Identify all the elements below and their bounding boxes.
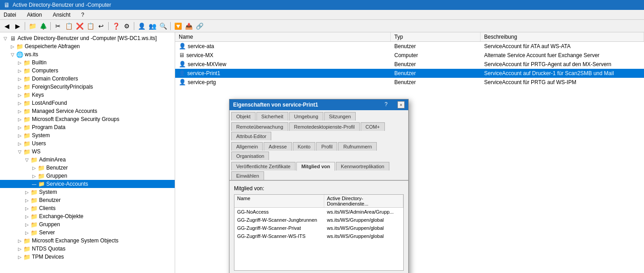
list-row[interactable]: 👤 service-prtg Benutzer ServiceAccount f… <box>175 78 644 87</box>
tree-node-lost-found[interactable]: ▷ 📁 LostAndFound <box>0 99 175 107</box>
settings-button[interactable]: ⚙ <box>122 21 132 31</box>
tree-node-tpm-devices[interactable]: ▷ 📁 TPM Devices <box>0 253 175 261</box>
tree-node-gruppen-admin[interactable]: ▷ 📁 Gruppen <box>0 172 175 180</box>
tab-umgebung[interactable]: Umgebung <box>289 112 323 121</box>
expander-tpm-devices[interactable]: ▷ <box>16 253 23 260</box>
tab-remotedesktop[interactable]: Remotedesktopienste-Profil <box>289 122 360 131</box>
help-button[interactable]: ❓ <box>111 21 121 31</box>
paste-button[interactable]: 📋 <box>85 21 95 31</box>
list-row[interactable]: 🖥 service-MX Computer Alternate Service … <box>175 51 644 60</box>
new-user-button[interactable]: 👤 <box>137 21 146 31</box>
expander-ws[interactable]: ▽ <box>16 148 23 155</box>
expander-program-data[interactable]: ▷ <box>16 124 23 131</box>
expander-adminarea[interactable]: ▽ <box>23 156 31 163</box>
back-button[interactable]: ◀ <box>2 21 12 31</box>
menu-ansicht[interactable]: Ansicht <box>51 11 72 19</box>
expander-system[interactable]: ▷ <box>16 132 23 139</box>
expander-gruppen-ws[interactable]: ▷ <box>23 221 31 228</box>
find-button[interactable]: 🔍 <box>158 21 168 31</box>
dialog-close-button[interactable]: × <box>397 101 405 108</box>
expander-ms-exchange-system[interactable]: ▷ <box>16 237 23 244</box>
tree-node-system-ws[interactable]: ▷ 📁 System <box>0 188 175 196</box>
tree-node-domain-controllers[interactable]: ▷ 📁 Domain Controllers <box>0 75 175 83</box>
tree-node-clients[interactable]: ▷ 📁 Clients <box>0 204 175 212</box>
tree-node-server[interactable]: ▷ 📁 Server <box>0 228 175 237</box>
tree-node-keys[interactable]: ▷ 📁 Keys <box>0 91 175 99</box>
filter-button[interactable]: 🔽 <box>173 21 183 31</box>
expander-domain-controllers[interactable]: ▷ <box>16 75 23 82</box>
expander-managed-service[interactable]: ▷ <box>16 107 23 115</box>
member-row[interactable]: GG-NoAccess ws.its/WS/AdminArea/Grupp... <box>234 208 403 216</box>
expander-foreign-security[interactable]: ▷ <box>16 83 23 90</box>
expander-keys[interactable]: ▷ <box>16 91 23 98</box>
tab-konto[interactable]: Konto <box>293 142 316 151</box>
tree-node-saved-queries[interactable]: ▷ 📁 Gespeicherte Abfragen <box>0 42 175 50</box>
forward-button[interactable]: ▶ <box>13 21 22 31</box>
tab-organisation[interactable]: Organisation <box>231 152 269 160</box>
expander-benutzer-ws[interactable]: ▷ <box>23 197 31 204</box>
menu-aktion[interactable]: Aktion <box>25 11 44 19</box>
member-row[interactable]: GG-Zugriff-W-Scanner-Jungbrunnen ws.its/… <box>234 216 403 224</box>
tab-mitglied-von[interactable]: Mitglied von <box>296 162 335 171</box>
tab-sitzungen[interactable]: Sitzungen <box>324 112 356 121</box>
tree-node-adminarea[interactable]: ▽ 📁 AdminArea <box>0 156 175 164</box>
delete-button[interactable]: ❌ <box>75 21 84 31</box>
dialog-help-icon[interactable]: ? <box>384 101 388 108</box>
col-header-beschreibung[interactable]: Beschreibung <box>481 32 644 41</box>
list-row[interactable]: 👤 service-ata Benutzer ServiceAccount fü… <box>175 42 644 51</box>
tab-veroeffentlichte-zertifikate[interactable]: Veröffentlichte Zertifikate <box>231 162 296 170</box>
tree-button[interactable]: 🌲 <box>38 21 48 31</box>
tree-node-exchange-objekte[interactable]: ▷ 📁 Exchange-Objekte <box>0 212 175 220</box>
new-group-button[interactable]: 👥 <box>147 21 157 31</box>
tab-rufnummern[interactable]: Rufnummern <box>338 142 377 151</box>
tab-attribut[interactable]: Attribut-Editor <box>231 132 271 140</box>
member-list[interactable]: Name Active Directory-Domänendienste... … <box>234 194 404 271</box>
link-button[interactable]: 🔗 <box>194 21 204 31</box>
tree-node-ws[interactable]: ▽ 📁 WS <box>0 148 175 156</box>
tab-remoteueberwachung[interactable]: Remoteüberwachung <box>231 122 288 131</box>
tree-node-foreign-security[interactable]: ▷ 📁 ForeignSecurityPrincipals <box>0 83 175 91</box>
tree-node-computers[interactable]: ▷ 📁 Computers <box>0 67 175 75</box>
tree-node-ms-exchange-security[interactable]: ▷ 📁 Microsoft Exchange Security Groups <box>0 115 175 123</box>
expander-gruppen-admin[interactable]: ▷ <box>31 172 38 179</box>
tree-node-ms-exchange-system[interactable]: ▷ 📁 Microsoft Exchange System Objects <box>0 237 175 245</box>
tree-node-gruppen-ws[interactable]: ▷ 📁 Gruppen <box>0 220 175 228</box>
expander-ws-its[interactable]: ▽ <box>9 51 16 58</box>
expander-ntds-quotas[interactable]: ▷ <box>16 245 23 252</box>
tree-node-ntds-quotas[interactable]: ▷ 📁 NTDS Quotas <box>0 245 175 253</box>
menu-help[interactable]: ? <box>79 11 86 19</box>
expander-saved-queries[interactable]: ▷ <box>9 43 16 50</box>
expander-benutzer-admin[interactable]: ▷ <box>31 164 38 171</box>
menu-datei[interactable]: Datei <box>2 11 18 19</box>
tab-sicherheit[interactable]: Sicherheit <box>256 112 288 121</box>
tree-node-managed-service[interactable]: ▷ 📁 Managed Service Accounts <box>0 107 175 115</box>
tree-node-program-data[interactable]: ▷ 📁 Program Data <box>0 123 175 131</box>
member-row[interactable]: GG-Zugriff-W-Scanner-WS-ITS ws.its/WS/Gr… <box>234 232 403 240</box>
expander-ms-exchange-security[interactable]: ▷ <box>16 116 23 123</box>
expander-clients[interactable]: ▷ <box>23 205 31 212</box>
tab-kennwortreplikation[interactable]: Kennwortreplikation <box>336 162 389 170</box>
copy-button[interactable]: 📋 <box>64 21 74 31</box>
list-row-selected[interactable]: 👤 service-Print1 Benutzer ServiceAccount… <box>175 69 644 78</box>
expander-computers[interactable]: ▷ <box>16 67 23 74</box>
tree-node-benutzer-admin[interactable]: ▷ 📁 Benutzer <box>0 164 175 172</box>
tab-objekt[interactable]: Objekt <box>231 112 256 121</box>
tree-node-ws-its[interactable]: ▽ 🌐 ws.its <box>0 50 175 58</box>
tree-expander-root[interactable]: ▽ <box>2 35 9 42</box>
expander-service-accounts[interactable]: — <box>31 180 38 188</box>
expander-users[interactable]: ▷ <box>16 140 23 147</box>
tree-root[interactable]: ▽ 🖥 Active Directory-Benutzer und -Compu… <box>0 34 175 42</box>
tree-node-system[interactable]: ▷ 📁 System <box>0 131 175 139</box>
member-row[interactable]: GG-Zugriff-W-Scanner-Privat ws.its/WS/Gr… <box>234 224 403 232</box>
tree-node-builtin[interactable]: ▷ 📁 Builtin <box>0 58 175 67</box>
undo-button[interactable]: ↩ <box>96 21 106 31</box>
tree-node-benutzer-ws[interactable]: ▷ 📁 Benutzer <box>0 196 175 204</box>
expander-server[interactable]: ▷ <box>23 229 31 236</box>
list-row[interactable]: 👤 service-MXView Benutzer ServiceAccount… <box>175 60 644 69</box>
tab-adresse[interactable]: Adresse <box>264 142 291 151</box>
expander-exchange-objekte[interactable]: ▷ <box>23 213 31 220</box>
expander-lost-found[interactable]: ▷ <box>16 99 23 107</box>
tree-panel[interactable]: ▽ 🖥 Active Directory-Benutzer und -Compu… <box>0 32 175 273</box>
cut-button[interactable]: ✂ <box>53 21 63 31</box>
tab-com[interactable]: COM+ <box>361 122 385 131</box>
